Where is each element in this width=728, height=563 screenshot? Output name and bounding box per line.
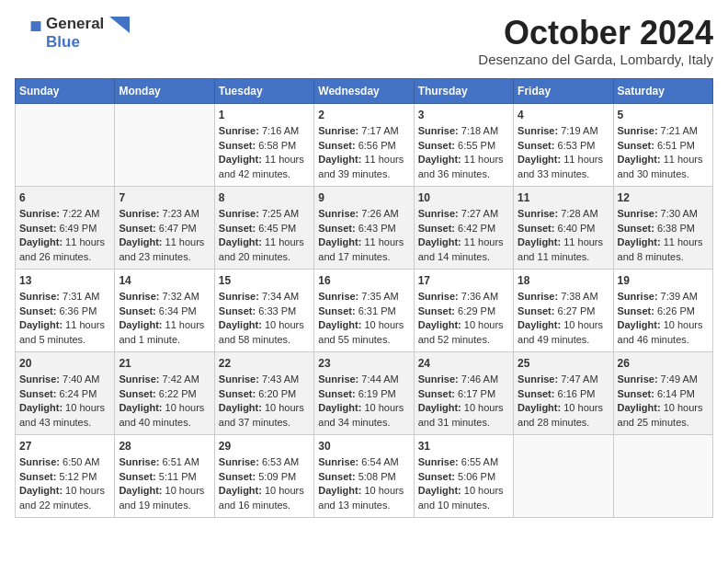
day-info: Sunrise: 7:28 AM <box>518 207 609 221</box>
day-number: 31 <box>418 439 509 454</box>
calendar-cell: 28Sunrise: 6:51 AMSunset: 5:11 PMDayligh… <box>115 434 214 517</box>
day-number: 29 <box>219 439 310 454</box>
day-number: 4 <box>518 108 609 123</box>
page-header: General Blue October 2024 Desenzano del … <box>15 15 713 67</box>
day-info: Sunrise: 7:43 AM <box>219 373 310 386</box>
day-info: Daylight: 11 hours and 14 minutes. <box>418 236 509 264</box>
day-info: Sunrise: 7:16 AM <box>219 124 310 138</box>
calendar-cell: 20Sunrise: 7:40 AMSunset: 6:24 PMDayligh… <box>16 351 115 434</box>
day-info: Sunrise: 7:22 AM <box>19 207 110 221</box>
calendar-week-row: 1Sunrise: 7:16 AMSunset: 6:58 PMDaylight… <box>16 103 713 186</box>
day-header-friday: Friday <box>514 78 613 103</box>
calendar-cell: 5Sunrise: 7:21 AMSunset: 6:51 PMDaylight… <box>613 103 712 186</box>
day-number: 24 <box>418 356 509 372</box>
day-info: Sunrise: 7:18 AM <box>418 124 509 138</box>
day-info: Sunset: 6:26 PM <box>618 304 709 318</box>
calendar-cell <box>514 434 613 517</box>
day-number: 28 <box>119 439 210 454</box>
day-header-sunday: Sunday <box>16 78 115 103</box>
day-info: Daylight: 10 hours and 40 minutes. <box>119 401 210 430</box>
day-number: 11 <box>518 190 609 206</box>
day-number: 14 <box>119 273 210 289</box>
day-number: 12 <box>618 190 709 206</box>
day-number: 6 <box>19 190 110 206</box>
day-number: 21 <box>119 356 210 372</box>
day-info: Sunset: 6:47 PM <box>119 222 210 236</box>
day-info: Daylight: 11 hours and 8 minutes. <box>618 236 709 264</box>
calendar-cell: 8Sunrise: 7:25 AMSunset: 6:45 PMDaylight… <box>214 186 313 269</box>
calendar-week-row: 13Sunrise: 7:31 AMSunset: 6:36 PMDayligh… <box>16 269 713 351</box>
calendar-table: SundayMondayTuesdayWednesdayThursdayFrid… <box>15 78 713 518</box>
day-number: 1 <box>219 108 310 123</box>
day-info: Sunrise: 7:25 AM <box>219 207 310 221</box>
calendar-cell: 14Sunrise: 7:32 AMSunset: 6:34 PMDayligh… <box>115 269 214 351</box>
day-info: Sunset: 6:33 PM <box>219 304 310 318</box>
day-number: 20 <box>19 356 110 372</box>
day-info: Daylight: 11 hours and 42 minutes. <box>219 153 310 181</box>
day-number: 17 <box>418 273 509 289</box>
day-info: Daylight: 10 hours and 25 minutes. <box>618 401 709 430</box>
calendar-cell: 2Sunrise: 7:17 AMSunset: 6:56 PMDaylight… <box>314 103 414 186</box>
day-number: 26 <box>618 356 709 372</box>
calendar-cell: 6Sunrise: 7:22 AMSunset: 6:49 PMDaylight… <box>16 186 115 269</box>
day-info: Sunset: 6:22 PM <box>119 387 210 401</box>
calendar-week-row: 20Sunrise: 7:40 AMSunset: 6:24 PMDayligh… <box>16 351 713 434</box>
day-info: Daylight: 10 hours and 52 minutes. <box>418 318 509 347</box>
day-info: Sunrise: 7:40 AM <box>19 373 110 386</box>
day-info: Sunset: 6:42 PM <box>418 222 509 236</box>
day-info: Daylight: 10 hours and 31 minutes. <box>418 401 509 430</box>
logo-blue: Blue <box>46 33 131 52</box>
day-number: 16 <box>318 273 409 289</box>
day-info: Daylight: 11 hours and 5 minutes. <box>19 318 110 347</box>
day-number: 2 <box>318 108 409 123</box>
day-header-thursday: Thursday <box>414 78 513 103</box>
day-info: Sunrise: 7:46 AM <box>418 373 509 386</box>
day-info: Daylight: 11 hours and 36 minutes. <box>418 153 509 181</box>
day-info: Sunset: 6:14 PM <box>618 387 709 401</box>
day-info: Sunrise: 7:44 AM <box>318 373 409 386</box>
day-info: Sunset: 6:53 PM <box>518 139 609 153</box>
calendar-cell: 10Sunrise: 7:27 AMSunset: 6:42 PMDayligh… <box>414 186 513 269</box>
day-info: Sunset: 6:58 PM <box>219 139 310 153</box>
day-info: Sunrise: 7:23 AM <box>119 207 210 221</box>
day-info: Sunrise: 7:49 AM <box>618 373 709 386</box>
day-info: Daylight: 11 hours and 33 minutes. <box>518 153 609 181</box>
day-info: Sunrise: 7:42 AM <box>119 373 210 386</box>
day-info: Sunrise: 7:31 AM <box>19 290 110 304</box>
day-info: Daylight: 10 hours and 22 minutes. <box>19 484 110 512</box>
day-number: 18 <box>518 273 609 289</box>
calendar-cell: 24Sunrise: 7:46 AMSunset: 6:17 PMDayligh… <box>414 351 513 434</box>
calendar-cell: 12Sunrise: 7:30 AMSunset: 6:38 PMDayligh… <box>613 186 712 269</box>
day-info: Sunset: 5:11 PM <box>119 470 210 484</box>
day-info: Sunset: 6:49 PM <box>19 222 110 236</box>
calendar-cell: 9Sunrise: 7:26 AMSunset: 6:43 PMDaylight… <box>314 186 414 269</box>
day-number: 30 <box>318 439 409 454</box>
calendar-week-row: 6Sunrise: 7:22 AMSunset: 6:49 PMDaylight… <box>16 186 713 269</box>
calendar-cell: 27Sunrise: 6:50 AMSunset: 5:12 PMDayligh… <box>16 434 115 517</box>
day-info: Daylight: 10 hours and 16 minutes. <box>219 484 310 512</box>
calendar-cell: 1Sunrise: 7:16 AMSunset: 6:58 PMDaylight… <box>214 103 313 186</box>
day-info: Sunset: 6:55 PM <box>418 139 509 153</box>
day-info: Daylight: 10 hours and 19 minutes. <box>119 484 210 512</box>
day-info: Sunset: 5:12 PM <box>19 470 110 484</box>
svg-marker-3 <box>109 17 130 33</box>
calendar-cell: 18Sunrise: 7:38 AMSunset: 6:27 PMDayligh… <box>514 269 613 351</box>
day-info: Sunset: 5:08 PM <box>318 470 409 484</box>
month-title: October 2024 <box>478 15 713 52</box>
day-header-wednesday: Wednesday <box>314 78 414 103</box>
calendar-cell: 13Sunrise: 7:31 AMSunset: 6:36 PMDayligh… <box>16 269 115 351</box>
calendar-cell: 30Sunrise: 6:54 AMSunset: 5:08 PMDayligh… <box>314 434 414 517</box>
calendar-cell: 17Sunrise: 7:36 AMSunset: 6:29 PMDayligh… <box>414 269 513 351</box>
day-number: 7 <box>119 190 210 206</box>
calendar-cell <box>613 434 712 517</box>
day-info: Sunrise: 7:35 AM <box>318 290 409 304</box>
calendar-cell: 19Sunrise: 7:39 AMSunset: 6:26 PMDayligh… <box>613 269 712 351</box>
day-info: Daylight: 10 hours and 55 minutes. <box>318 318 409 347</box>
svg-marker-2 <box>32 22 40 29</box>
calendar-cell: 29Sunrise: 6:53 AMSunset: 5:09 PMDayligh… <box>214 434 313 517</box>
day-info: Daylight: 11 hours and 39 minutes. <box>318 153 409 181</box>
day-info: Sunset: 6:20 PM <box>219 387 310 401</box>
day-number: 27 <box>19 439 110 454</box>
day-number: 3 <box>418 108 509 123</box>
day-info: Daylight: 11 hours and 23 minutes. <box>119 236 210 264</box>
